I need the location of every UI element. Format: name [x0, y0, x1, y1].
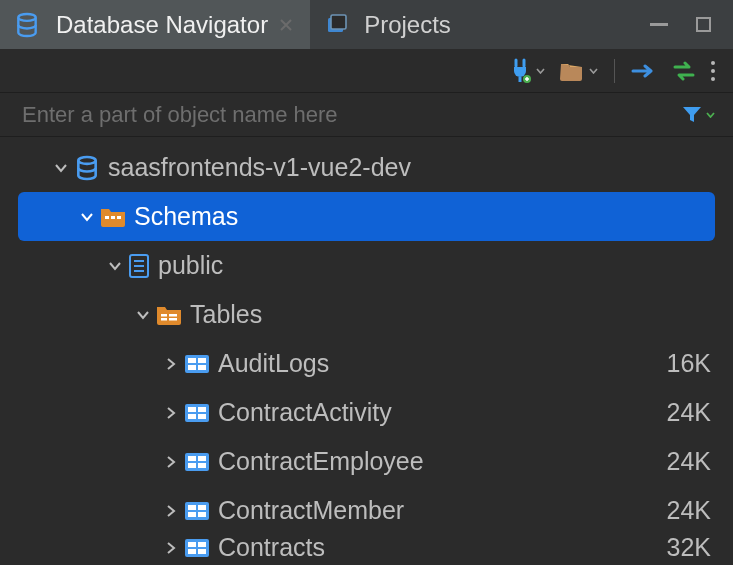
- database-icon: [14, 12, 40, 38]
- tree-item-table[interactable]: ContractEmployee 24K: [0, 437, 733, 486]
- svg-rect-7: [117, 216, 121, 219]
- swap-arrows-icon: [671, 61, 697, 81]
- tables-folder-icon: [156, 304, 182, 326]
- open-folder-button[interactable]: [559, 60, 598, 82]
- tree-item-label: public: [158, 251, 711, 280]
- window-controls: [650, 0, 733, 49]
- svg-rect-18: [198, 358, 206, 363]
- folder-icon: [559, 60, 585, 82]
- chevron-down-icon: [80, 212, 94, 222]
- svg-rect-31: [185, 502, 209, 520]
- table-icon: [184, 403, 210, 423]
- chevron-down-icon: [54, 163, 68, 173]
- tab-bar: Database Navigator Projects: [0, 0, 733, 49]
- svg-rect-27: [188, 456, 196, 461]
- minimize-button[interactable]: [650, 23, 668, 26]
- svg-rect-23: [198, 407, 206, 412]
- table-size: 32K: [667, 535, 711, 560]
- svg-rect-14: [161, 318, 167, 321]
- tree-item-table[interactable]: ContractActivity 24K: [0, 388, 733, 437]
- expand-toggle[interactable]: [102, 261, 128, 271]
- chevron-right-icon: [166, 406, 176, 420]
- expand-toggle[interactable]: [158, 357, 184, 371]
- svg-rect-19: [188, 365, 196, 370]
- expand-toggle[interactable]: [158, 504, 184, 518]
- tree-item-label: ContractMember: [218, 496, 667, 525]
- svg-rect-39: [188, 549, 196, 554]
- svg-rect-6: [111, 216, 115, 219]
- chevron-down-icon: [108, 261, 122, 271]
- tree-item-label: saasfrontends-v1-vue2-dev: [108, 153, 711, 182]
- chevron-down-icon: [589, 68, 598, 74]
- tree: saasfrontends-v1-vue2-dev Schemas public: [0, 137, 733, 560]
- svg-rect-15: [169, 318, 177, 321]
- svg-rect-38: [198, 542, 206, 547]
- table-icon: [184, 538, 210, 558]
- schemas-folder-icon: [100, 206, 126, 228]
- svg-rect-22: [188, 407, 196, 412]
- new-connection-button[interactable]: [510, 58, 545, 84]
- svg-rect-34: [188, 512, 196, 517]
- tree-item-schema-public[interactable]: public: [0, 241, 733, 290]
- chevron-right-icon: [166, 541, 176, 555]
- tree-item-label: Contracts: [218, 535, 667, 560]
- tree-item-connection[interactable]: saasfrontends-v1-vue2-dev: [0, 143, 733, 192]
- expand-toggle[interactable]: [130, 310, 156, 320]
- close-icon[interactable]: [276, 12, 296, 38]
- tree-item-label: ContractEmployee: [218, 447, 667, 476]
- expand-toggle[interactable]: [158, 541, 184, 555]
- svg-rect-36: [185, 539, 209, 557]
- svg-rect-17: [188, 358, 196, 363]
- svg-rect-28: [198, 456, 206, 461]
- maximize-button[interactable]: [696, 17, 711, 32]
- chevron-right-icon: [166, 504, 176, 518]
- chevron-down-icon: [136, 310, 150, 320]
- plug-icon: [510, 58, 532, 84]
- chevron-down-icon: [536, 68, 545, 74]
- tree-item-label: Tables: [190, 300, 711, 329]
- tab-database-navigator[interactable]: Database Navigator: [0, 0, 310, 49]
- svg-point-4: [78, 156, 95, 163]
- arrow-right-icon: [631, 64, 657, 78]
- toolbar-divider: [614, 59, 615, 83]
- tab-projects[interactable]: Projects: [310, 0, 465, 49]
- svg-rect-13: [169, 314, 177, 317]
- expand-toggle[interactable]: [158, 406, 184, 420]
- table-icon: [184, 354, 210, 374]
- svg-rect-21: [185, 404, 209, 422]
- chevron-down-icon: [706, 112, 715, 118]
- table-icon: [184, 452, 210, 472]
- commit-button[interactable]: [631, 64, 657, 78]
- tree-item-schemas[interactable]: Schemas: [18, 192, 715, 241]
- filter-funnel-button[interactable]: [681, 104, 715, 126]
- database-icon: [74, 155, 100, 181]
- more-menu-button[interactable]: [711, 61, 715, 81]
- svg-rect-26: [185, 453, 209, 471]
- svg-rect-35: [198, 512, 206, 517]
- svg-rect-5: [105, 216, 109, 219]
- svg-point-0: [18, 13, 35, 20]
- filter-input[interactable]: [22, 102, 681, 128]
- funnel-icon: [681, 104, 703, 126]
- expand-toggle[interactable]: [74, 212, 100, 222]
- schema-icon: [128, 253, 150, 279]
- svg-rect-25: [198, 414, 206, 419]
- svg-rect-2: [331, 15, 346, 29]
- table-size: 24K: [667, 496, 711, 525]
- svg-rect-37: [188, 542, 196, 547]
- tree-item-tables[interactable]: Tables: [0, 290, 733, 339]
- tree-item-table[interactable]: Contracts 32K: [0, 535, 733, 560]
- expand-toggle[interactable]: [48, 163, 74, 173]
- tab-label: Projects: [364, 11, 451, 39]
- toolbar: [0, 49, 733, 93]
- tree-item-table[interactable]: AuditLogs 16K: [0, 339, 733, 388]
- refresh-button[interactable]: [671, 61, 697, 81]
- tree-item-label: ContractActivity: [218, 398, 667, 427]
- table-size: 24K: [667, 398, 711, 427]
- tab-label: Database Navigator: [56, 11, 268, 39]
- expand-toggle[interactable]: [158, 455, 184, 469]
- chevron-right-icon: [166, 357, 176, 371]
- tree-item-table[interactable]: ContractMember 24K: [0, 486, 733, 535]
- svg-rect-16: [185, 355, 209, 373]
- svg-rect-20: [198, 365, 206, 370]
